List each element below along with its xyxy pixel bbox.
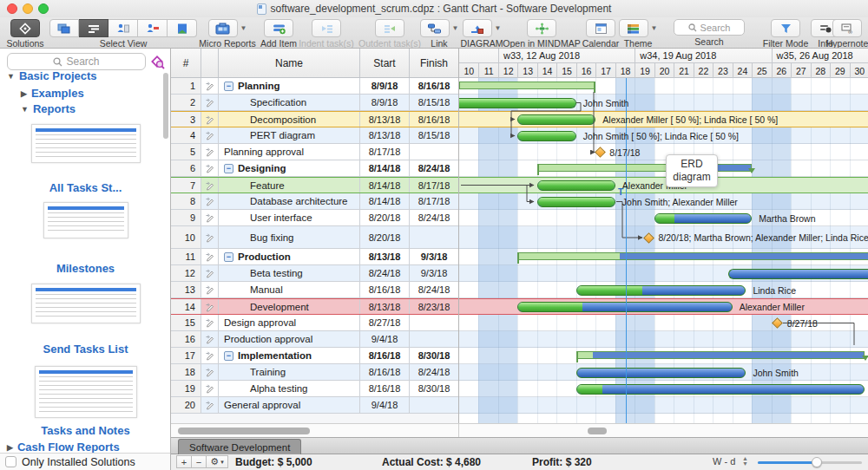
table-row[interactable]: 16Production approval9/4/18 bbox=[171, 331, 458, 348]
disclosure-triangle-icon[interactable]: ▼ bbox=[7, 72, 15, 81]
table-row[interactable]: 20General approval9/4/18 bbox=[171, 397, 458, 414]
toolbar-search-input[interactable]: Search bbox=[674, 19, 745, 36]
table-row[interactable]: 17−Implementation8/16/188/30/18 bbox=[171, 348, 458, 364]
view-documents-button[interactable] bbox=[168, 19, 197, 37]
table-row[interactable]: 14Development8/13/188/23/18 bbox=[171, 298, 458, 315]
column-header-finish[interactable]: Finish bbox=[410, 49, 458, 77]
collapse-icon[interactable]: − bbox=[224, 351, 233, 361]
sidebar-item-basic-projects[interactable]: ▼ Basic Projects bbox=[7, 69, 97, 82]
theme-button[interactable] bbox=[619, 19, 648, 37]
indent-button[interactable] bbox=[312, 19, 341, 37]
mindmap-item: Open in MINDMAP bbox=[500, 19, 583, 49]
calendar-button[interactable] bbox=[586, 19, 615, 37]
report-gallery-label[interactable]: All Tasks St... bbox=[0, 181, 171, 194]
only-installed-solutions-checkbox[interactable] bbox=[5, 456, 16, 467]
table-row[interactable]: 18Training8/16/188/24/18 bbox=[171, 364, 458, 381]
table-row[interactable]: 3Decomposition8/13/188/16/18 bbox=[171, 111, 458, 127]
view-projects-button[interactable] bbox=[49, 19, 79, 37]
tab-software-development[interactable]: Software Development bbox=[178, 439, 301, 454]
timescale-slider-thumb[interactable] bbox=[812, 457, 822, 467]
task-icon-cell bbox=[201, 348, 219, 363]
report-thumbnail[interactable] bbox=[43, 202, 128, 238]
collapse-icon[interactable]: − bbox=[224, 164, 233, 173]
collapse-icon[interactable]: − bbox=[224, 252, 233, 262]
task-finish-cell: 8/17/18 bbox=[410, 178, 458, 193]
sidebar-scrollbar-thumb[interactable] bbox=[163, 73, 168, 139]
table-row[interactable]: 12Beta testing8/24/189/3/18 bbox=[171, 265, 458, 282]
micro-reports-button[interactable] bbox=[208, 19, 238, 37]
projects-view-icon bbox=[57, 23, 71, 35]
report-gallery-label[interactable]: Milestones bbox=[0, 262, 171, 275]
column-header-name[interactable]: Name bbox=[219, 49, 360, 77]
view-gantt-button[interactable] bbox=[79, 19, 108, 37]
task-number-cell: 10 bbox=[171, 226, 201, 248]
day-header-cell: 26 bbox=[772, 63, 791, 78]
table-row[interactable]: 13Manual8/16/188/24/18 bbox=[171, 282, 458, 298]
solutions-button[interactable] bbox=[10, 19, 40, 37]
report-thumbnail[interactable] bbox=[35, 366, 137, 418]
table-row[interactable]: 8Database architecture8/14/188/17/18 bbox=[171, 193, 458, 210]
task-name-cell: Beta testing bbox=[219, 265, 360, 281]
sidebar-item-cash-flow-reports[interactable]: ▶ Cash Flow Reports bbox=[7, 441, 120, 454]
column-header-number[interactable]: # bbox=[171, 49, 201, 77]
table-row[interactable]: 1−Planning8/9/188/16/18 bbox=[171, 78, 458, 95]
timescale-stepper[interactable]: ▲▼ bbox=[742, 456, 748, 467]
report-gallery-label[interactable]: Tasks and Notes bbox=[0, 424, 171, 437]
minimize-window-button[interactable] bbox=[23, 3, 33, 14]
day-header-cell: 27 bbox=[791, 63, 810, 78]
settings-gear-button[interactable]: ⚙▾ bbox=[206, 455, 228, 468]
table-row[interactable]: 7Feature8/14/188/17/18 bbox=[171, 177, 458, 193]
add-task-button[interactable]: + bbox=[176, 455, 192, 468]
task-finish-cell bbox=[410, 331, 458, 347]
view-assignments-button[interactable] bbox=[138, 19, 168, 37]
day-header-cell: 30 bbox=[850, 63, 868, 78]
find-solutions-icon[interactable] bbox=[149, 54, 165, 69]
table-hscrollbar[interactable] bbox=[171, 423, 458, 437]
sidebar-item-examples[interactable]: ▶ Examples bbox=[21, 87, 84, 100]
table-row[interactable]: 5Planning approval8/17/18 bbox=[171, 144, 458, 160]
filter-mode-button[interactable] bbox=[771, 19, 800, 37]
table-row[interactable]: 4PERT diagram8/13/188/15/18 bbox=[171, 127, 458, 144]
sidebar-search-input[interactable]: Search bbox=[7, 53, 146, 70]
table-row[interactable]: 15Design approval8/27/18 bbox=[171, 315, 458, 331]
column-header-icon[interactable] bbox=[201, 49, 219, 77]
collapse-icon[interactable]: − bbox=[224, 82, 233, 91]
task-finish-cell bbox=[410, 226, 458, 248]
day-header-cell: 10 bbox=[459, 63, 478, 78]
outdent-button[interactable] bbox=[375, 19, 404, 37]
table-row[interactable]: 2Specification8/9/188/15/18 bbox=[171, 95, 458, 111]
sidebar-item-reports[interactable]: ▼ Reports bbox=[21, 102, 76, 115]
add-item-button[interactable] bbox=[264, 19, 293, 37]
table-row[interactable]: 6−Designing8/14/188/24/18 bbox=[171, 160, 458, 177]
hypernote-label: Hypernote bbox=[826, 38, 868, 49]
edit-task-icon bbox=[205, 180, 215, 191]
open-in-mindmap-button[interactable] bbox=[527, 19, 556, 37]
task-start-cell: 8/20/18 bbox=[360, 210, 410, 225]
day-header-cell: 13 bbox=[517, 63, 536, 78]
chart-hscrollbar-thumb[interactable] bbox=[588, 428, 607, 434]
hypernote-button[interactable]: ∞ bbox=[832, 19, 862, 37]
report-gallery-label[interactable]: Send Tasks List bbox=[0, 343, 171, 356]
disclosure-triangle-icon[interactable]: ▼ bbox=[21, 105, 29, 114]
view-resources-button[interactable] bbox=[108, 19, 138, 37]
disclosure-triangle-icon[interactable]: ▶ bbox=[7, 443, 13, 452]
indent-icon bbox=[319, 23, 334, 35]
chart-hscrollbar[interactable] bbox=[458, 423, 868, 437]
column-header-start[interactable]: Start bbox=[360, 49, 410, 77]
table-row[interactable]: 19Alpha testing8/16/188/30/18 bbox=[171, 381, 458, 397]
table-row[interactable]: 10Bug fixing8/20/18 bbox=[171, 226, 458, 249]
report-thumbnail[interactable] bbox=[31, 284, 141, 323]
table-row[interactable]: 11−Production8/13/189/3/18 bbox=[171, 249, 458, 265]
erd-diagram-tooltip[interactable]: ERDdiagram bbox=[666, 154, 718, 187]
day-header-cell: 28 bbox=[811, 63, 830, 78]
diagram-button[interactable] bbox=[463, 19, 492, 37]
task-number-cell: 5 bbox=[171, 144, 201, 160]
table-hscrollbar-thumb[interactable] bbox=[178, 428, 310, 434]
link-button[interactable] bbox=[420, 19, 450, 37]
close-window-button[interactable] bbox=[7, 3, 17, 14]
remove-task-button[interactable]: − bbox=[191, 455, 207, 468]
disclosure-triangle-icon[interactable]: ▶ bbox=[21, 89, 27, 98]
table-row[interactable]: 9User interface8/20/188/24/18 bbox=[171, 210, 458, 226]
report-thumbnail[interactable] bbox=[31, 124, 141, 163]
zoom-window-button[interactable] bbox=[38, 3, 49, 14]
